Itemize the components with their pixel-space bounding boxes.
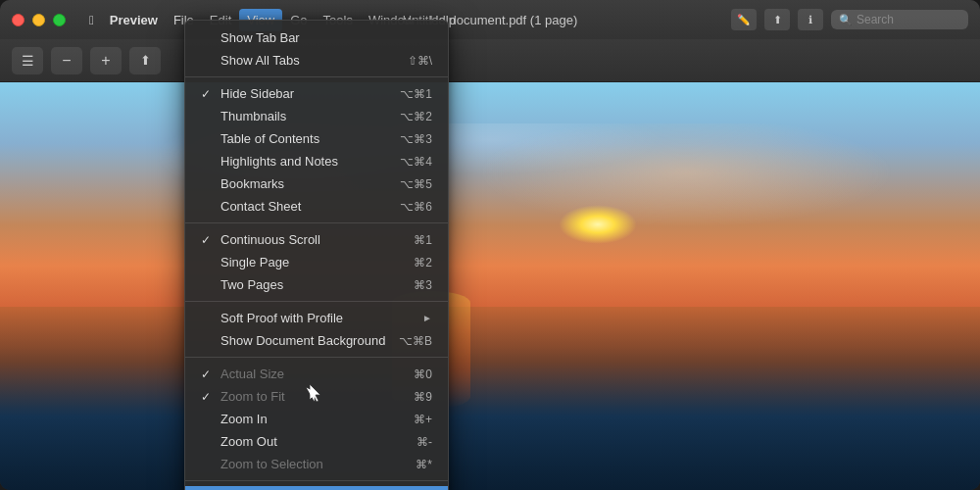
divider-4 xyxy=(185,357,448,358)
menu-item-zoom-to-selection[interactable]: Zoom to Selection ⌘* xyxy=(185,453,448,475)
menu-section-sidebar: ✓ Hide Sidebar ⌥⌘1 Thumbnails ⌥⌘2 Table … xyxy=(185,80,448,220)
menu-label-actual-size: Actual Size xyxy=(220,367,414,381)
menu-section-toolbar: Show Markup Toolbar ⇧⌘A Hide Toolbar ⌥⌘T… xyxy=(185,484,448,490)
dropdown-overlay: Show Tab Bar Show All Tabs ⇧⌘\ ✓ Hide Si… xyxy=(0,0,980,490)
menu-label-show-tab-bar: Show Tab Bar xyxy=(220,30,432,45)
menu-item-soft-proof[interactable]: Soft Proof with Profile ► xyxy=(185,307,448,329)
menu-section-tabs: Show Tab Bar Show All Tabs ⇧⌘\ xyxy=(185,24,448,74)
menu-item-hide-sidebar[interactable]: ✓ Hide Sidebar ⌥⌘1 xyxy=(185,82,448,105)
shortcut-show-doc-bg: ⌥⌘B xyxy=(399,334,432,348)
checkmark-actual-size: ✓ xyxy=(201,368,217,381)
menu-item-actual-size[interactable]: ✓ Actual Size ⌘0 xyxy=(185,363,448,385)
divider-3 xyxy=(185,301,448,302)
menu-item-continuous-scroll[interactable]: ✓ Continuous Scroll ⌘1 xyxy=(185,228,448,251)
menu-label-zoom-to-selection: Zoom to Selection xyxy=(220,457,416,471)
menu-item-contact-sheet[interactable]: Contact Sheet ⌥⌘6 xyxy=(185,195,448,218)
menu-item-show-doc-bg[interactable]: Show Document Background ⌥⌘B xyxy=(185,329,448,352)
menu-item-zoom-in[interactable]: Zoom In ⌘+ xyxy=(185,408,448,430)
shortcut-thumbnails: ⌥⌘2 xyxy=(400,110,432,123)
menu-section-proof: Soft Proof with Profile ► Show Document … xyxy=(185,305,448,354)
menu-item-zoom-out[interactable]: Zoom Out ⌘- xyxy=(185,430,448,453)
checkmark-continuous: ✓ xyxy=(201,233,217,247)
menu-item-zoom-to-fit[interactable]: ✓ Zoom to Fit ⌘9 xyxy=(185,385,448,408)
shortcut-contact-sheet: ⌥⌘6 xyxy=(400,200,432,214)
checkmark-hide-sidebar: ✓ xyxy=(201,87,217,101)
shortcut-continuous: ⌘1 xyxy=(414,233,432,247)
menu-label-bookmarks: Bookmarks xyxy=(220,176,400,191)
menu-label-hide-sidebar: Hide Sidebar xyxy=(220,86,400,101)
shortcut-bookmarks: ⌥⌘5 xyxy=(400,177,432,191)
menu-label-zoom-out: Zoom Out xyxy=(220,434,416,449)
menu-item-two-pages[interactable]: Two Pages ⌘3 xyxy=(185,273,448,296)
menu-label-zoom-in: Zoom In xyxy=(220,412,414,426)
menu-label-zoom-to-fit: Zoom to Fit xyxy=(220,389,414,404)
shortcut-toc: ⌥⌘3 xyxy=(400,132,432,146)
app-window:  Preview File Edit View Go Tools Window… xyxy=(0,0,980,490)
shortcut-actual-size: ⌘0 xyxy=(414,368,432,381)
checkmark-zoom-to-fit: ✓ xyxy=(201,390,217,404)
shortcut-zoom-to-fit: ⌘9 xyxy=(414,390,432,404)
divider-1 xyxy=(185,76,448,77)
menu-item-bookmarks[interactable]: Bookmarks ⌥⌘5 xyxy=(185,172,448,195)
menu-section-layout: ✓ Continuous Scroll ⌘1 Single Page ⌘2 Tw… xyxy=(185,226,448,298)
menu-item-show-all-tabs[interactable]: Show All Tabs ⇧⌘\ xyxy=(185,49,448,72)
shortcut-single-page: ⌘2 xyxy=(414,256,432,270)
shortcut-zoom-in: ⌘+ xyxy=(414,413,432,426)
menu-section-zoom: ✓ Actual Size ⌘0 ✓ Zoom to Fit ⌘9 Zoom I… xyxy=(185,361,448,477)
menu-label-continuous-scroll: Continuous Scroll xyxy=(220,232,414,247)
menu-item-highlights-and-notes[interactable]: Highlights and Notes ⌥⌘4 xyxy=(185,150,448,172)
divider-5 xyxy=(185,480,448,481)
menu-label-show-all-tabs: Show All Tabs xyxy=(220,53,408,68)
menu-label-single-page: Single Page xyxy=(220,255,414,270)
shortcut-highlights: ⌥⌘4 xyxy=(400,155,432,169)
menu-label-two-pages: Two Pages xyxy=(220,277,414,292)
menu-item-thumbnails[interactable]: Thumbnails ⌥⌘2 xyxy=(185,105,448,127)
shortcut-hide-sidebar: ⌥⌘1 xyxy=(400,87,432,101)
shortcut-two-pages: ⌘3 xyxy=(414,278,432,292)
shortcut-zoom-to-selection: ⌘* xyxy=(416,458,432,471)
menu-item-show-markup-toolbar[interactable]: Show Markup Toolbar ⇧⌘A xyxy=(185,486,448,490)
menu-label-show-doc-bg: Show Document Background xyxy=(220,333,399,348)
menu-label-thumbnails: Thumbnails xyxy=(220,109,400,123)
menu-item-show-tab-bar[interactable]: Show Tab Bar xyxy=(185,26,448,49)
menu-label-contact-sheet: Contact Sheet xyxy=(220,199,400,214)
divider-2 xyxy=(185,222,448,223)
view-dropdown-menu: Show Tab Bar Show All Tabs ⇧⌘\ ✓ Hide Si… xyxy=(184,20,449,490)
shortcut-zoom-out: ⌘- xyxy=(416,435,432,449)
menu-label-soft-proof: Soft Proof with Profile xyxy=(220,311,418,325)
shortcut-show-all-tabs: ⇧⌘\ xyxy=(408,54,432,68)
menu-label-highlights-and-notes: Highlights and Notes xyxy=(220,154,400,169)
menu-item-single-page[interactable]: Single Page ⌘2 xyxy=(185,251,448,273)
menu-item-table-of-contents[interactable]: Table of Contents ⌥⌘3 xyxy=(185,127,448,150)
submenu-arrow-soft-proof: ► xyxy=(422,313,432,323)
menu-label-table-of-contents: Table of Contents xyxy=(220,131,400,146)
